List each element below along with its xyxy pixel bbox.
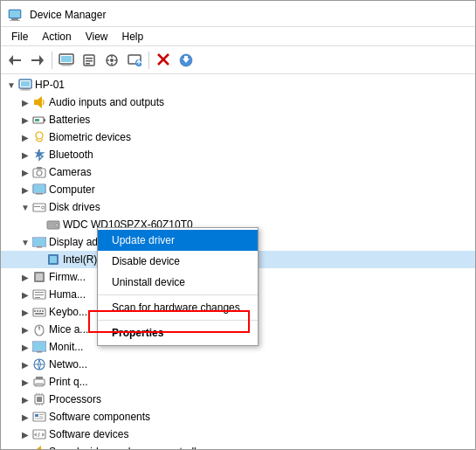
tree-item-hp01[interactable]: ▼ HP-01 [1, 76, 475, 93]
toolbar-back[interactable] [4, 50, 25, 71]
toolbar-forward[interactable] [27, 50, 48, 71]
label-firmware: Firmw... [49, 271, 86, 283]
svg-rect-11 [61, 65, 72, 66]
toolbar-delete[interactable] [153, 50, 174, 71]
expand-firmware[interactable]: ▶ [18, 270, 32, 284]
expand-mice[interactable]: ▶ [18, 322, 32, 336]
expand-print[interactable]: ▶ [18, 375, 32, 389]
expand-computer[interactable]: ▶ [18, 183, 32, 197]
label-softwaredev: Software devices [49, 428, 128, 440]
expand-monitors[interactable]: ▶ [18, 340, 32, 354]
window-title: Device Manager [30, 9, 106, 21]
svg-point-34 [36, 132, 43, 139]
svg-point-17 [110, 59, 114, 62]
label-softwarecomp: Software components [49, 411, 150, 423]
expand-human[interactable]: ▶ [18, 287, 32, 301]
context-menu: Update driver Disable device Uninstall d… [97, 227, 259, 346]
tree-item-sound[interactable]: ▶ Sound, video and game controllers [1, 443, 475, 449]
menu-action[interactable]: Action [35, 29, 78, 45]
ctx-sep-1 [98, 294, 258, 295]
label-audio: Audio inputs and outputs [49, 96, 164, 108]
menu-view[interactable]: View [79, 29, 115, 45]
label-batteries: Batteries [49, 114, 90, 126]
expand-cameras[interactable]: ▶ [18, 165, 32, 179]
icon-sound [32, 445, 46, 449]
tree-item-network[interactable]: ▶ Netwo... [1, 356, 475, 373]
tree-item-biometric[interactable]: ▶ Biometric devices [1, 128, 475, 146]
icon-processors [32, 392, 46, 406]
svg-rect-7 [31, 59, 40, 61]
icon-softwaredev [32, 427, 46, 441]
label-network: Netwo... [49, 358, 87, 370]
svg-rect-58 [34, 310, 36, 312]
svg-rect-13 [86, 58, 93, 59]
label-cameras: Cameras [49, 166, 92, 178]
icon-bluetooth [32, 148, 46, 162]
tree-item-softwarecomp[interactable]: ▶ Software components [1, 408, 475, 426]
icon-network [32, 357, 46, 371]
svg-rect-59 [37, 310, 38, 312]
svg-rect-86 [35, 419, 44, 419]
svg-line-88 [38, 433, 39, 437]
ctx-update-driver[interactable]: Update driver [98, 230, 258, 251]
ctx-disable-device[interactable]: Disable device [98, 251, 258, 272]
expand-sound[interactable]: ▶ [18, 445, 32, 449]
toolbar-computer[interactable] [56, 50, 77, 71]
ctx-sep-2 [98, 320, 258, 321]
svg-rect-67 [33, 343, 45, 350]
svg-rect-56 [35, 297, 40, 298]
menu-bar: File Action View Help [1, 27, 475, 46]
label-monitors: Monit... [49, 341, 83, 353]
expand-hp01[interactable]: ▼ [4, 78, 18, 92]
svg-rect-75 [37, 397, 42, 402]
tree-item-processors[interactable]: ▶ Processors [1, 391, 475, 408]
tree-item-audio[interactable]: ▶ Audio inputs and outputs [1, 93, 475, 111]
expand-diskdrives[interactable]: ▼ [18, 200, 32, 214]
icon-print [32, 375, 46, 389]
expand-biometric[interactable]: ▶ [18, 130, 32, 144]
svg-rect-48 [37, 246, 42, 248]
icon-wdc [46, 218, 60, 232]
menu-file[interactable]: File [4, 29, 35, 45]
svg-rect-60 [39, 310, 41, 312]
expand-audio[interactable]: ▶ [18, 95, 32, 109]
label-computer: Computer [49, 183, 95, 196]
menu-help[interactable]: Help [115, 29, 151, 45]
ctx-uninstall-device[interactable]: Uninstall device [98, 272, 258, 293]
svg-rect-33 [35, 119, 39, 121]
expand-softwaredev[interactable]: ▶ [18, 427, 32, 441]
tree-item-diskdrives[interactable]: ▼ Disk drives [1, 198, 475, 216]
expand-network[interactable]: ▶ [18, 357, 32, 371]
toolbar-properties[interactable] [79, 50, 100, 71]
svg-rect-83 [35, 414, 38, 417]
toolbar-scan[interactable] [101, 50, 122, 71]
expand-softwarecomp[interactable]: ▶ [18, 410, 32, 424]
title-bar: Device Manager [1, 1, 475, 27]
tree-item-computer[interactable]: ▶ Computer [1, 181, 475, 198]
expand-bluetooth[interactable]: ▶ [18, 148, 32, 162]
svg-rect-50 [50, 256, 57, 263]
tree-item-print[interactable]: ▶ Print q... [1, 373, 475, 391]
expand-batteries[interactable]: ▶ [18, 113, 32, 127]
toolbar-sep-2 [148, 52, 149, 69]
icon-audio [32, 95, 46, 109]
svg-rect-62 [35, 313, 44, 315]
ctx-properties[interactable]: Properties [98, 322, 258, 343]
svg-rect-24 [184, 56, 188, 59]
ctx-scan-hardware[interactable]: Scan for hardware changes [98, 297, 258, 318]
expand-displayadapters[interactable]: ▼ [18, 235, 32, 249]
expand-processors[interactable]: ▶ [18, 392, 32, 406]
svg-rect-28 [20, 90, 31, 91]
icon-keyboard [32, 305, 46, 319]
toolbar-update[interactable] [124, 50, 145, 71]
tree-area[interactable]: ▼ HP-01 ▶ Audio inputs and outputs ▶ [1, 74, 475, 449]
expand-keyboard[interactable]: ▶ [18, 305, 32, 319]
tree-item-softwaredev[interactable]: ▶ Software devices [1, 426, 475, 443]
svg-marker-30 [38, 96, 42, 108]
tree-item-cameras[interactable]: ▶ Cameras [1, 163, 475, 181]
svg-rect-14 [86, 60, 93, 62]
toolbar-download[interactable] [176, 50, 197, 71]
tree-item-batteries[interactable]: ▶ Batteries [1, 111, 475, 128]
tree-item-bluetooth[interactable]: ▶ Bluetooth [1, 146, 475, 163]
label-hp01: HP-01 [35, 79, 65, 91]
